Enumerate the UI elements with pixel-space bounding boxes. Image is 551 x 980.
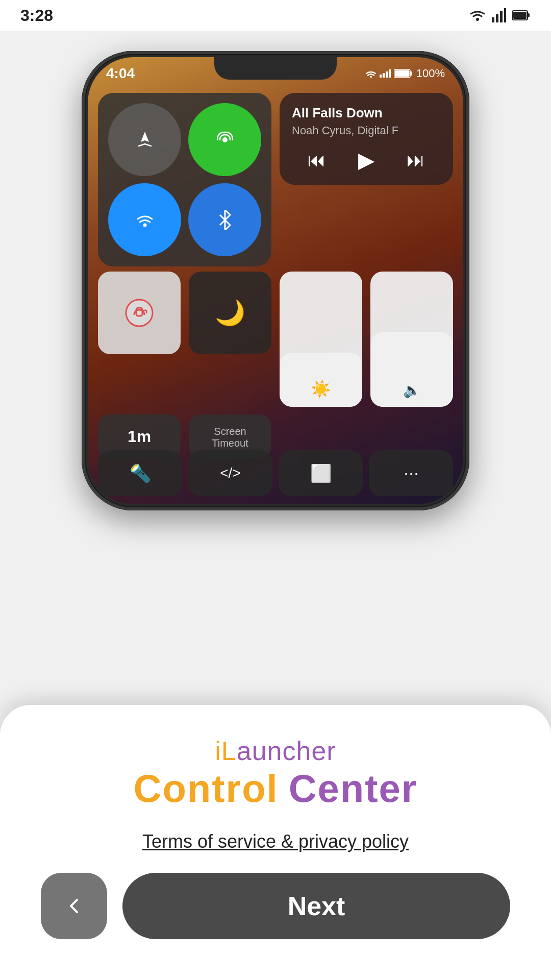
svg-point-17 (143, 223, 146, 227)
phone-battery-text: 100% (416, 67, 445, 80)
subtitle-control: Control (134, 766, 279, 811)
music-artist: Noah Cyrus, Digital F (292, 124, 441, 137)
music-title: All Falls Down (292, 105, 441, 121)
next-button[interactable]: ⏭ (407, 150, 425, 171)
svg-rect-2 (496, 14, 498, 22)
status-icons (469, 8, 531, 22)
play-button[interactable]: ▶ (358, 148, 374, 173)
phone-frame: 4:04 (82, 51, 469, 510)
phone-wifi-icon (365, 69, 377, 78)
subtitle-center: Center (289, 766, 418, 811)
bottom-icons-row: 🔦 </> ⬜ ⋯ (98, 450, 453, 496)
svg-rect-9 (380, 75, 382, 78)
next-button[interactable]: Next (122, 873, 510, 939)
main-content: 4:04 (0, 31, 551, 980)
back-button[interactable] (41, 873, 107, 939)
svg-rect-12 (389, 69, 391, 78)
status-time: 3:28 (20, 6, 53, 25)
svg-point-8 (370, 76, 372, 78)
code-button[interactable]: </> (188, 450, 272, 496)
airplane-mode-button[interactable] (108, 103, 181, 176)
music-controls: ⏮ ▶ ⏭ (292, 148, 441, 173)
app-name: iLauncher (134, 736, 418, 766)
signal-icon (492, 8, 506, 22)
timeout-value: 1m (128, 427, 151, 446)
middle-left-buttons: 🌙 (98, 272, 271, 354)
svg-rect-6 (528, 13, 530, 17)
timeout-label: ScreenTimeout (212, 426, 248, 449)
svg-point-0 (476, 18, 479, 21)
app-name-orange: iL (215, 736, 236, 766)
bottom-actions: Next (41, 873, 510, 939)
connectivity-block (98, 93, 271, 266)
phone-mockup: 4:04 (82, 51, 469, 510)
bluetooth-button[interactable] (188, 183, 261, 256)
brightness-slider[interactable]: ☀️ (280, 272, 362, 407)
svg-rect-11 (386, 71, 388, 78)
screen-record-button[interactable]: ⬜ (279, 450, 363, 496)
music-block: All Falls Down Noah Cyrus, Digital F ⏮ ▶… (280, 93, 453, 185)
svg-point-16 (222, 137, 228, 142)
svg-rect-10 (383, 73, 385, 78)
phone-screen: 4:04 (88, 57, 463, 504)
wifi-icon (469, 8, 486, 22)
screen-lock-button[interactable] (98, 272, 181, 354)
prev-button[interactable]: ⏮ (308, 150, 326, 171)
app-subtitle: Control Center (134, 766, 418, 811)
svg-rect-14 (410, 71, 412, 76)
app-branding: iLauncher Control Center (134, 736, 418, 811)
bottom-card: iLauncher Control Center Terms of servic… (0, 705, 551, 980)
svg-point-18 (126, 300, 153, 326)
phone-status-icons: 100% (365, 67, 445, 80)
wifi-toggle-button[interactable] (108, 183, 181, 256)
battery-icon (512, 10, 531, 21)
svg-rect-1 (492, 17, 494, 22)
do-not-disturb-button[interactable]: 🌙 (189, 272, 271, 354)
extra-button[interactable]: ⋯ (369, 450, 453, 496)
phone-signal-icon (380, 69, 391, 78)
svg-rect-7 (513, 12, 527, 19)
svg-rect-4 (504, 8, 506, 22)
flashlight-button[interactable]: 🔦 (98, 450, 182, 496)
app-name-purple: auncher (237, 736, 336, 766)
svg-rect-3 (500, 11, 503, 22)
status-bar: 3:28 (0, 0, 551, 31)
phone-notch (214, 57, 337, 80)
terms-link[interactable]: Terms of service & privacy policy (142, 831, 409, 852)
hotspot-button[interactable] (188, 103, 261, 176)
phone-battery-icon (394, 69, 413, 78)
sliders-block: ☀️ 🔈 (280, 272, 453, 407)
volume-slider[interactable]: 🔈 (370, 272, 453, 407)
svg-rect-15 (394, 70, 409, 77)
phone-time: 4:04 (106, 65, 135, 82)
